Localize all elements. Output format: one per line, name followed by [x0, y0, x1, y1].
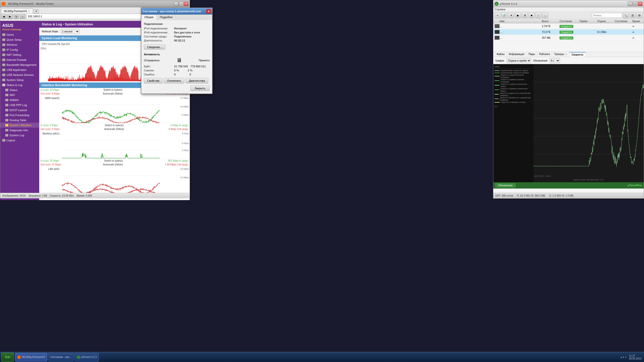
minimize-button[interactable]: _ [174, 2, 178, 6]
legend-color-4 [495, 85, 499, 85]
dialog-tab-details[interactable]: Подробно [157, 15, 176, 20]
dialog-action-buttons: Свойства Отключить Диагностика [144, 78, 210, 83]
tb-down[interactable]: ↓ [542, 12, 548, 18]
col-download: Приём [580, 20, 597, 23]
torrent-row[interactable]: ... 73.3 ГБ Раздаётся 0.1 КБ/s ∞ [493, 29, 644, 35]
tb-up[interactable]: ↑ [535, 12, 541, 18]
tb-list[interactable]: ☰ [630, 12, 636, 18]
speed-graph: Время (шаг обновления: 5 с) Шаг сети: 1 … [534, 64, 644, 182]
env-row: Состояние среды: Подключено [144, 35, 210, 38]
tb-pause[interactable]: ⏸ [522, 12, 528, 18]
utorrent-close[interactable]: ✕ [638, 2, 642, 6]
dhcp-icon [5, 109, 8, 111]
tb-settings[interactable]: ⚙ [636, 12, 642, 18]
tb-add[interactable]: + [495, 12, 501, 18]
graph-mode-select[interactable]: Отдача и приём Отдача Приём [507, 58, 531, 63]
sidebar-item-wifi[interactable]: WiFi [0, 93, 39, 98]
tab-info[interactable]: Информация [507, 52, 527, 57]
maximize-button[interactable]: □ [179, 2, 183, 6]
statuslog-icon [2, 84, 5, 86]
syssetup-icon [2, 79, 5, 81]
tb-stop[interactable]: ■ [529, 12, 535, 18]
close-button[interactable]: ✕ [184, 2, 188, 6]
utorrent-minimize[interactable]: _ [628, 2, 632, 6]
sidebar-item-wimax[interactable]: WiMAX [0, 98, 39, 103]
sidebar-item-routing[interactable]: Routing Table [0, 118, 39, 123]
nat-icon [2, 54, 5, 56]
tab-close-icon[interactable]: ✕ [566, 53, 567, 56]
tab-ratings[interactable]: Рейтинги [537, 52, 552, 57]
dialog-tab-general[interactable]: Общие [141, 15, 157, 20]
update-button[interactable]: Обновление [495, 183, 515, 188]
asus-sidebar: ASUS Home Gateway Home Quick Setup Wirel… [0, 21, 39, 200]
col-upload: Отдача [597, 20, 615, 23]
sidebar-item-syssetup[interactable]: System Setup [0, 77, 39, 82]
dialog-titlebar: Состояние - vpn-russia-1.atomintersoft.c… [141, 8, 212, 15]
diag-icon [5, 129, 8, 131]
taskbar-utorrent[interactable]: µTorrent 3.1.3 [74, 353, 99, 361]
tb-add-url[interactable]: 🔗 [501, 12, 507, 18]
diagnostics-button[interactable]: Диагностика [186, 78, 208, 83]
tab-files[interactable]: Файлы [495, 52, 507, 57]
properties-button[interactable]: Свойства [144, 78, 163, 83]
sidebar-item-usbnet[interactable]: USB Network Devices [0, 72, 39, 77]
new-tab-button[interactable]: + [34, 9, 39, 14]
torrent-search[interactable] [592, 13, 622, 18]
torrent-name: ... [500, 25, 542, 28]
legend-item-8: скорость отправки в плеер [495, 101, 532, 103]
sidebar-item-diag[interactable]: Diagnostic Info [0, 128, 39, 133]
x-axis-label: Время (шаг обновления: 5 с) [574, 178, 604, 181]
tab-main[interactable]: WL500g.PremiumV2 ✕ [1, 9, 33, 14]
tb-search[interactable]: 🔍 [623, 12, 629, 18]
sidebar-item-syslog[interactable]: System Log [0, 133, 39, 138]
torrent-row[interactable]: ... 2.79 ГБ Раздаётся ∞ [493, 23, 644, 29]
dialog-close-btn[interactable]: Закрыть [190, 85, 210, 91]
sidebar-item-quicksetup[interactable]: Quick Setup [0, 37, 39, 42]
update-bar: Обновление µTorrentPlus [493, 182, 644, 189]
legend-y-mid: Б/с [495, 105, 532, 108]
utorrent-menubar: Справка [493, 7, 644, 12]
torrent-row[interactable]: ... 257 МБ Раздаётся ∞ [493, 35, 644, 41]
tab-speed[interactable]: Скорость [570, 52, 586, 57]
tab-trackers[interactable]: Трекеры ✕ [552, 52, 570, 57]
tab-peers[interactable]: Пиры [527, 52, 537, 57]
details-button[interactable]: Сведения... [144, 44, 165, 50]
sidebar-item-home[interactable]: Home [0, 32, 39, 37]
usbapp-icon [2, 69, 5, 71]
logout-icon [2, 139, 5, 142]
tb-start[interactable]: ▶ [515, 12, 521, 18]
dialog-close-button[interactable]: ✕ [206, 9, 211, 14]
sidebar-item-firewall[interactable]: Internet Firewall [0, 57, 39, 62]
tb-remove[interactable]: ✕ [508, 12, 514, 18]
back-button[interactable]: ◀ [1, 14, 7, 19]
connection-section: Подключение IPv4-подключение: Интернет I… [144, 22, 210, 51]
sidebar-item-usb-ppp[interactable]: USB PPP Log [0, 103, 39, 108]
sidebar-item-usbapp[interactable]: USB Application [0, 67, 39, 72]
utorrent-window: µ µTorrent 3.1.3 _ □ ✕ Справка + 🔗 ✕ ▶ ⏸… [493, 0, 644, 199]
sidebar-item-bandwidth[interactable]: Bandwidth Management [0, 62, 39, 67]
sidebar-item-statuslog[interactable]: Status & Log [0, 82, 39, 87]
refresh-rate-select[interactable]: 1 second 5 seconds 10 seconds [61, 29, 79, 34]
sidebar-item-nat[interactable]: NAT Setting [0, 52, 39, 57]
taskbar-dialog[interactable]: Состояние - vpn... [48, 353, 73, 361]
sidebar-item-status[interactable]: Status [0, 87, 39, 93]
taskbar-firefox[interactable]: WL500g.PremiumV2 [15, 353, 47, 361]
forward-button[interactable]: ▶ [7, 14, 13, 19]
sidebar-item-logout[interactable]: Logout [0, 138, 39, 143]
utorrent-maximize[interactable]: □ [633, 2, 637, 6]
disconnect-button[interactable]: Отключить [164, 78, 184, 83]
wifi-icon [5, 94, 8, 96]
sidebar-item-sysutil[interactable]: System Utilization [0, 123, 39, 128]
network-icon: 🖥 [176, 57, 182, 64]
start-button[interactable]: Start [1, 353, 14, 362]
reload-button[interactable]: ↻ [14, 14, 19, 19]
sidebar-item-dhcp[interactable]: DHCP Leases [0, 108, 39, 113]
sidebar-item-wireless[interactable]: Wireless [0, 42, 39, 47]
graph-controls: График: Отдача и приём Отдача Приём Обно… [493, 57, 644, 64]
tab-close[interactable]: ✕ [28, 10, 30, 12]
sidebar-item-ipconfig[interactable]: IP Config [0, 47, 39, 52]
graph-update-select[interactable]: 5 с 10 с 30 с [550, 58, 560, 63]
duration-row: Длительность: 00:32:11 [144, 39, 210, 42]
home-button[interactable]: ⌂ [20, 14, 25, 19]
sidebar-item-portfwd[interactable]: Port Forwarding [0, 113, 39, 118]
